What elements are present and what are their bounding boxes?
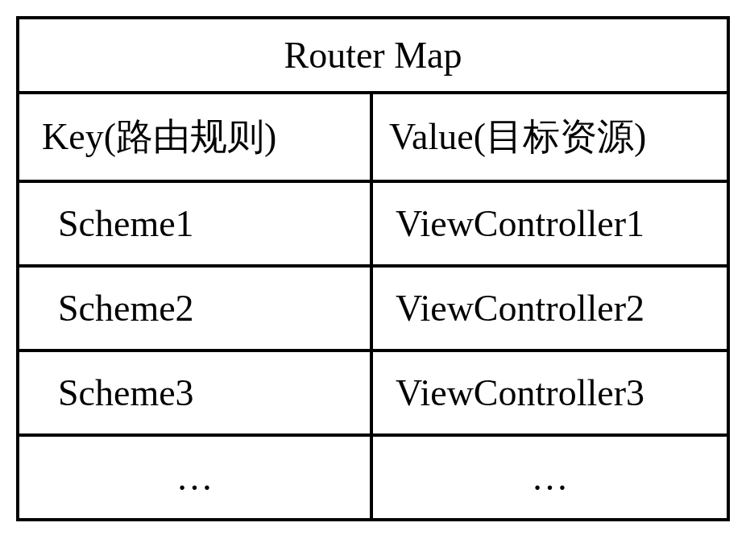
router-map-table: Router Map Key(路由规则) Value(目标资源) Scheme1…: [16, 16, 730, 521]
cell-value: ViewController1: [373, 183, 727, 264]
table-header-row: Key(路由规则) Value(目标资源): [19, 94, 727, 183]
ellipsis-key: …: [19, 437, 373, 518]
cell-key: Scheme1: [19, 183, 373, 264]
cell-value: ViewController2: [373, 268, 727, 349]
header-key: Key(路由规则): [19, 94, 373, 180]
header-value: Value(目标资源): [373, 94, 727, 180]
ellipsis-value: …: [373, 437, 727, 518]
table-row: Scheme1 ViewController1: [19, 183, 727, 268]
table-row: Scheme2 ViewController2: [19, 268, 727, 352]
cell-value: ViewController3: [373, 352, 727, 433]
table-title: Router Map: [19, 19, 727, 94]
cell-key: Scheme3: [19, 352, 373, 433]
cell-key: Scheme2: [19, 268, 373, 349]
table-ellipsis-row: … …: [19, 437, 727, 518]
table-row: Scheme3 ViewController3: [19, 352, 727, 437]
